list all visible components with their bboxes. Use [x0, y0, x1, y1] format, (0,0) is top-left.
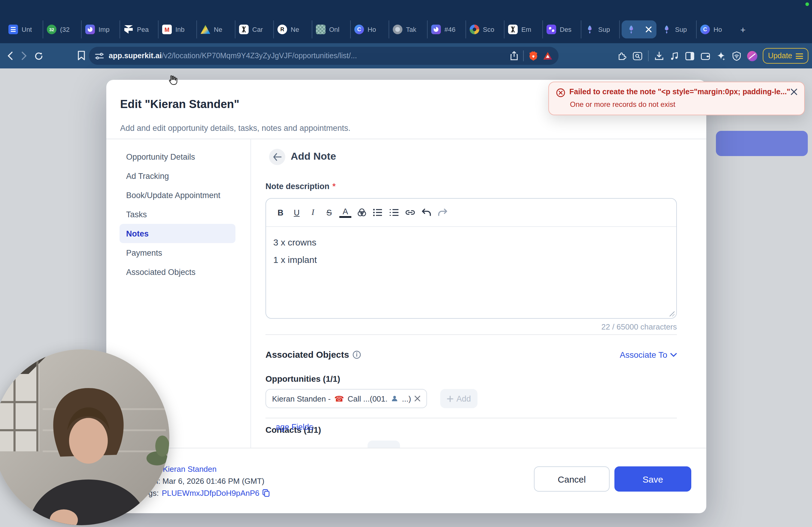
- browser-tab[interactable]: Ho: [697, 20, 735, 39]
- brave-lion-icon[interactable]: [528, 51, 538, 61]
- bullet-list-button[interactable]: [372, 207, 384, 219]
- slides-icon: [431, 25, 441, 34]
- strikethrough-button[interactable]: S: [323, 207, 335, 219]
- drive-icon: [201, 25, 210, 34]
- link-button[interactable]: [404, 207, 416, 219]
- bold-button[interactable]: B: [274, 207, 287, 219]
- sidebar-toggle-icon[interactable]: [684, 51, 695, 61]
- sidebar-divider: [250, 139, 251, 448]
- modal-sidebar: Opportunity Details Ad Tracking Book/Upd…: [119, 147, 235, 282]
- required-asterisk: *: [332, 182, 336, 191]
- tab-label: Sup: [675, 26, 687, 33]
- forward-icon[interactable]: [20, 51, 28, 61]
- browser-tab[interactable]: Ho: [351, 20, 389, 39]
- search-tabs-icon[interactable]: [632, 51, 642, 61]
- openai-icon: [508, 25, 518, 34]
- bookmark-icon[interactable]: [77, 50, 85, 61]
- media-icon[interactable]: [669, 51, 679, 61]
- redo-button[interactable]: [437, 207, 449, 219]
- text-color-button[interactable]: A: [339, 207, 351, 217]
- logs-id-link[interactable]: PLUEWmxJDfpDoH9pAnP6: [162, 488, 259, 498]
- highlight-color-button[interactable]: [356, 207, 367, 219]
- framer-icon: [124, 25, 133, 34]
- browser-tab[interactable]: Tak: [389, 20, 427, 39]
- add-opportunity-button[interactable]: Add: [440, 389, 477, 408]
- ordered-list-button[interactable]: [388, 207, 400, 219]
- share-icon[interactable]: [510, 51, 518, 61]
- copy-icon[interactable]: [262, 489, 270, 497]
- opportunities-heading: Opportunities (1/1): [265, 374, 340, 383]
- browser-tab[interactable]: Pea: [120, 20, 159, 39]
- browser-tab[interactable]: Sco: [466, 20, 505, 39]
- browser-tab[interactable]: Onl: [312, 20, 351, 39]
- info-icon[interactable]: [352, 350, 361, 359]
- save-button[interactable]: Save: [614, 466, 691, 492]
- associate-to-dropdown[interactable]: Associate To: [620, 350, 677, 360]
- chat-unread-count: 32: [49, 27, 54, 32]
- browser-tab[interactable]: Em: [505, 20, 543, 39]
- italic-button[interactable]: I: [307, 207, 319, 219]
- back-button[interactable]: [269, 149, 285, 165]
- resize-handle[interactable]: [668, 310, 675, 316]
- tab-label: Unt: [21, 26, 32, 33]
- remove-opportunity-icon[interactable]: [415, 395, 421, 402]
- section-divider: [265, 334, 677, 335]
- new-tab-button[interactable]: +: [735, 24, 751, 34]
- webcam-video: [0, 349, 169, 525]
- downloads-icon[interactable]: [654, 51, 664, 61]
- note-line: 1 x implant: [273, 251, 317, 268]
- wallet-icon[interactable]: [700, 51, 710, 61]
- browser-tab[interactable]: Ne: [274, 20, 312, 39]
- browser-update-button[interactable]: Update: [763, 48, 808, 64]
- manage-fields-link-fragment[interactable]: age Fields: [276, 423, 313, 432]
- sidebar-item-notes[interactable]: Notes: [119, 224, 235, 243]
- sidebar-item-opportunity-details[interactable]: Opportunity Details: [119, 147, 235, 166]
- browser-tab[interactable]: Car: [235, 20, 274, 39]
- tab-label: Ne: [291, 26, 299, 33]
- browser-tab[interactable]: Inb: [159, 20, 197, 39]
- add-contact-button[interactable]: [367, 440, 400, 448]
- address-bar[interactable]: app.superkit.ai/v2/location/KP70Mqm9Y4Z3…: [89, 47, 559, 65]
- leo-ai-sparkle-icon[interactable]: [715, 51, 726, 61]
- browser-tab[interactable]: Des: [543, 20, 581, 39]
- browser-tab[interactable]: Ne: [197, 20, 235, 39]
- note-line: 3 x crowns: [273, 234, 317, 251]
- underline-button[interactable]: U: [291, 207, 303, 219]
- extensions-puzzle-icon[interactable]: [617, 51, 627, 61]
- profile-avatar-icon[interactable]: [747, 51, 757, 61]
- docs-icon: [9, 25, 18, 34]
- browser-tab[interactable]: Sup: [581, 20, 620, 39]
- editor-toolbar: B U I S A: [266, 199, 676, 226]
- sidebar-item-ad-tracking[interactable]: Ad Tracking: [119, 166, 235, 185]
- undo-button[interactable]: [420, 207, 432, 219]
- browser-tab[interactable]: 32(32: [43, 20, 82, 39]
- browser-tab[interactable]: #46: [427, 20, 466, 39]
- opportunity-chip[interactable]: Kieran Standen - ☎ Call ...(001. ...): [265, 389, 427, 408]
- bat-triangle-icon[interactable]: [543, 51, 553, 60]
- footer-contact-link[interactable]: Kieran Standen: [163, 465, 217, 473]
- back-icon[interactable]: [6, 51, 14, 61]
- note-editor[interactable]: B U I S A 3 x crowns 1 x implant: [265, 198, 677, 319]
- tab-label: (32: [60, 26, 70, 33]
- edit-opportunity-modal: Edit "Kieran Standen" Add and edit oppor…: [106, 80, 706, 513]
- site-settings-icon[interactable]: [95, 52, 104, 60]
- browser-tab[interactable]: Imp: [82, 20, 120, 39]
- note-text[interactable]: 3 x crowns 1 x implant: [273, 234, 317, 268]
- tab-close-icon[interactable]: [646, 26, 652, 32]
- toast-close-icon[interactable]: [791, 88, 798, 95]
- vpn-shield-icon[interactable]: [731, 51, 741, 61]
- contacts-chip-row-clipped: K Kieran Standen: [265, 440, 602, 448]
- sidebar-item-payments[interactable]: Payments: [119, 243, 235, 262]
- browser-tab[interactable]: Sup: [658, 20, 697, 39]
- phone-icon: ☎: [334, 394, 344, 403]
- cancel-button[interactable]: Cancel: [534, 466, 610, 492]
- browser-tab-active[interactable]: [622, 20, 656, 39]
- note-description-label: Note description*: [265, 182, 336, 191]
- tab-label: Ho: [367, 26, 376, 33]
- reload-icon[interactable]: [34, 51, 44, 61]
- background-blue-button: [716, 131, 808, 156]
- sidebar-item-tasks[interactable]: Tasks: [119, 205, 235, 224]
- browser-tab[interactable]: Unt: [5, 20, 43, 39]
- sidebar-item-associated-objects[interactable]: Associated Objects: [119, 262, 235, 282]
- sidebar-item-book-update-appointment[interactable]: Book/Update Appointment: [119, 185, 235, 205]
